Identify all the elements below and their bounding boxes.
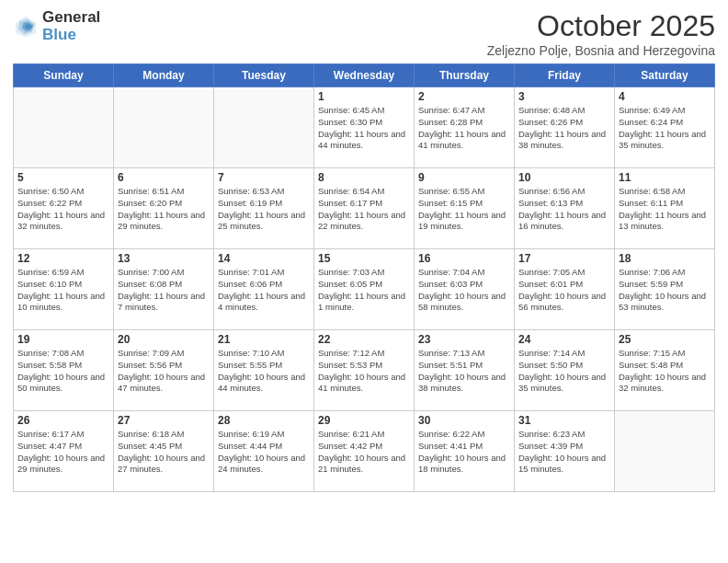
day-number: 27 xyxy=(118,414,210,427)
day-number: 15 xyxy=(318,252,410,265)
location-subtitle: Zeljezno Polje, Bosnia and Herzegovina xyxy=(487,43,715,58)
calendar-cell: 9Sunrise: 6:55 AM Sunset: 6:15 PM Daylig… xyxy=(415,168,515,249)
calendar-row-4: 19Sunrise: 7:08 AM Sunset: 5:58 PM Dayli… xyxy=(14,330,715,411)
calendar-cell: 11Sunrise: 6:58 AM Sunset: 6:11 PM Dayli… xyxy=(615,168,715,249)
day-info: Sunrise: 6:17 AM Sunset: 4:47 PM Dayligh… xyxy=(17,429,109,476)
day-info: Sunrise: 6:47 AM Sunset: 6:28 PM Dayligh… xyxy=(418,105,510,152)
day-number: 16 xyxy=(418,252,510,265)
calendar-cell xyxy=(214,87,314,168)
day-info: Sunrise: 7:15 AM Sunset: 5:48 PM Dayligh… xyxy=(619,348,711,395)
day-number: 24 xyxy=(518,333,610,346)
day-info: Sunrise: 6:54 AM Sunset: 6:17 PM Dayligh… xyxy=(318,186,410,233)
day-info: Sunrise: 6:49 AM Sunset: 6:24 PM Dayligh… xyxy=(619,105,711,152)
header-sunday: Sunday xyxy=(14,64,114,87)
calendar-cell: 24Sunrise: 7:14 AM Sunset: 5:50 PM Dayli… xyxy=(515,330,615,411)
header-tuesday: Tuesday xyxy=(214,64,314,87)
header: General Blue October 2025 Zeljezno Polje… xyxy=(13,9,715,58)
weekday-header-row: Sunday Monday Tuesday Wednesday Thursday… xyxy=(14,64,715,87)
header-friday: Friday xyxy=(515,64,615,87)
calendar-cell: 1Sunrise: 6:45 AM Sunset: 6:30 PM Daylig… xyxy=(314,87,415,168)
day-number: 3 xyxy=(518,90,610,103)
day-info: Sunrise: 6:23 AM Sunset: 4:39 PM Dayligh… xyxy=(518,429,610,476)
logo-blue: Blue xyxy=(42,27,100,44)
day-number: 31 xyxy=(518,414,610,427)
day-info: Sunrise: 7:03 AM Sunset: 6:05 PM Dayligh… xyxy=(318,267,410,314)
calendar-cell: 8Sunrise: 6:54 AM Sunset: 6:17 PM Daylig… xyxy=(314,168,415,249)
header-wednesday: Wednesday xyxy=(314,64,415,87)
month-title: October 2025 xyxy=(487,9,715,43)
day-info: Sunrise: 6:50 AM Sunset: 6:22 PM Dayligh… xyxy=(17,186,109,233)
calendar-row-2: 5Sunrise: 6:50 AM Sunset: 6:22 PM Daylig… xyxy=(14,168,715,249)
day-number: 18 xyxy=(619,252,711,265)
day-number: 6 xyxy=(118,171,210,184)
day-info: Sunrise: 7:10 AM Sunset: 5:55 PM Dayligh… xyxy=(218,348,310,395)
day-number: 14 xyxy=(218,252,310,265)
logo-icon xyxy=(13,14,39,40)
calendar-cell: 31Sunrise: 6:23 AM Sunset: 4:39 PM Dayli… xyxy=(515,411,615,492)
day-number: 11 xyxy=(619,171,711,184)
day-info: Sunrise: 6:58 AM Sunset: 6:11 PM Dayligh… xyxy=(619,186,711,233)
day-info: Sunrise: 6:59 AM Sunset: 6:10 PM Dayligh… xyxy=(17,267,109,314)
day-number: 10 xyxy=(518,171,610,184)
calendar-cell: 20Sunrise: 7:09 AM Sunset: 5:56 PM Dayli… xyxy=(114,330,214,411)
day-info: Sunrise: 7:13 AM Sunset: 5:51 PM Dayligh… xyxy=(418,348,510,395)
header-monday: Monday xyxy=(114,64,214,87)
calendar-cell: 30Sunrise: 6:22 AM Sunset: 4:41 PM Dayli… xyxy=(415,411,515,492)
day-info: Sunrise: 6:18 AM Sunset: 4:45 PM Dayligh… xyxy=(118,429,210,476)
day-info: Sunrise: 7:00 AM Sunset: 6:08 PM Dayligh… xyxy=(118,267,210,314)
calendar-cell: 6Sunrise: 6:51 AM Sunset: 6:20 PM Daylig… xyxy=(114,168,214,249)
day-number: 20 xyxy=(118,333,210,346)
calendar-cell: 22Sunrise: 7:12 AM Sunset: 5:53 PM Dayli… xyxy=(314,330,415,411)
day-number: 25 xyxy=(619,333,711,346)
calendar-body: 1Sunrise: 6:45 AM Sunset: 6:30 PM Daylig… xyxy=(14,87,715,492)
calendar-cell: 2Sunrise: 6:47 AM Sunset: 6:28 PM Daylig… xyxy=(415,87,515,168)
day-number: 7 xyxy=(218,171,310,184)
day-info: Sunrise: 6:21 AM Sunset: 4:42 PM Dayligh… xyxy=(318,429,410,476)
day-info: Sunrise: 7:05 AM Sunset: 6:01 PM Dayligh… xyxy=(518,267,610,314)
day-number: 4 xyxy=(619,90,711,103)
day-info: Sunrise: 6:53 AM Sunset: 6:19 PM Dayligh… xyxy=(218,186,310,233)
calendar-cell: 4Sunrise: 6:49 AM Sunset: 6:24 PM Daylig… xyxy=(615,87,715,168)
header-saturday: Saturday xyxy=(615,64,715,87)
day-number: 1 xyxy=(318,90,410,103)
day-number: 29 xyxy=(318,414,410,427)
calendar-cell: 26Sunrise: 6:17 AM Sunset: 4:47 PM Dayli… xyxy=(14,411,114,492)
calendar-row-1: 1Sunrise: 6:45 AM Sunset: 6:30 PM Daylig… xyxy=(14,87,715,168)
calendar-cell: 5Sunrise: 6:50 AM Sunset: 6:22 PM Daylig… xyxy=(14,168,114,249)
day-info: Sunrise: 7:09 AM Sunset: 5:56 PM Dayligh… xyxy=(118,348,210,395)
day-info: Sunrise: 6:19 AM Sunset: 4:44 PM Dayligh… xyxy=(218,429,310,476)
calendar-cell: 16Sunrise: 7:04 AM Sunset: 6:03 PM Dayli… xyxy=(415,249,515,330)
logo-text: General Blue xyxy=(42,9,100,43)
calendar-cell: 29Sunrise: 6:21 AM Sunset: 4:42 PM Dayli… xyxy=(314,411,415,492)
day-info: Sunrise: 6:45 AM Sunset: 6:30 PM Dayligh… xyxy=(318,105,410,152)
day-info: Sunrise: 7:12 AM Sunset: 5:53 PM Dayligh… xyxy=(318,348,410,395)
day-info: Sunrise: 6:56 AM Sunset: 6:13 PM Dayligh… xyxy=(518,186,610,233)
calendar-cell: 19Sunrise: 7:08 AM Sunset: 5:58 PM Dayli… xyxy=(14,330,114,411)
logo-general: General xyxy=(42,9,100,27)
day-info: Sunrise: 6:51 AM Sunset: 6:20 PM Dayligh… xyxy=(118,186,210,233)
day-number: 30 xyxy=(418,414,510,427)
calendar-cell: 17Sunrise: 7:05 AM Sunset: 6:01 PM Dayli… xyxy=(515,249,615,330)
day-info: Sunrise: 7:08 AM Sunset: 5:58 PM Dayligh… xyxy=(17,348,109,395)
day-info: Sunrise: 7:06 AM Sunset: 5:59 PM Dayligh… xyxy=(619,267,711,314)
calendar-table: Sunday Monday Tuesday Wednesday Thursday… xyxy=(13,63,715,492)
day-info: Sunrise: 7:04 AM Sunset: 6:03 PM Dayligh… xyxy=(418,267,510,314)
calendar-cell: 18Sunrise: 7:06 AM Sunset: 5:59 PM Dayli… xyxy=(615,249,715,330)
day-number: 8 xyxy=(318,171,410,184)
day-number: 21 xyxy=(218,333,310,346)
calendar-cell: 7Sunrise: 6:53 AM Sunset: 6:19 PM Daylig… xyxy=(214,168,314,249)
page: General Blue October 2025 Zeljezno Polje… xyxy=(0,0,728,563)
calendar-cell xyxy=(14,87,114,168)
day-info: Sunrise: 7:01 AM Sunset: 6:06 PM Dayligh… xyxy=(218,267,310,314)
calendar-row-3: 12Sunrise: 6:59 AM Sunset: 6:10 PM Dayli… xyxy=(14,249,715,330)
calendar-cell: 27Sunrise: 6:18 AM Sunset: 4:45 PM Dayli… xyxy=(114,411,214,492)
calendar-cell: 14Sunrise: 7:01 AM Sunset: 6:06 PM Dayli… xyxy=(214,249,314,330)
day-info: Sunrise: 6:55 AM Sunset: 6:15 PM Dayligh… xyxy=(418,186,510,233)
calendar-cell: 12Sunrise: 6:59 AM Sunset: 6:10 PM Dayli… xyxy=(14,249,114,330)
day-number: 23 xyxy=(418,333,510,346)
day-number: 13 xyxy=(118,252,210,265)
day-number: 2 xyxy=(418,90,510,103)
day-number: 5 xyxy=(17,171,109,184)
calendar-cell xyxy=(615,411,715,492)
day-number: 19 xyxy=(17,333,109,346)
